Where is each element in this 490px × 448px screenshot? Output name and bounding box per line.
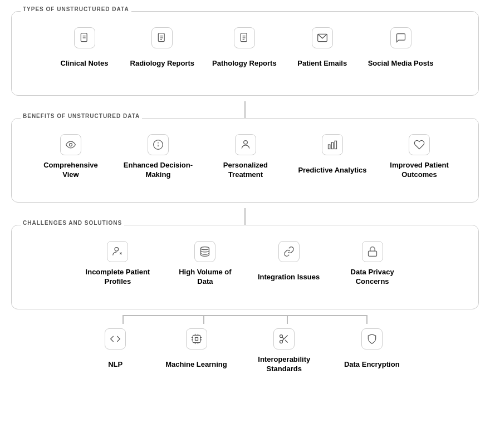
card-personalized-treatment: Personalized Treatment [205,134,286,189]
connector-line-2 [244,208,246,225]
card-patient-emails: Patient Emails [289,27,356,82]
card-data-encryption: Data Encryption [336,328,408,383]
card-enhanced-decision-making: Enhanced Decision-Making [117,134,198,189]
svg-point-36 [280,341,283,343]
svg-point-12 [69,144,72,146]
file-text2-icon [234,27,255,48]
card-interoperability-standards: Interoperability Standards [244,328,325,383]
person-icon [235,134,256,155]
card-nlp: NLP [82,328,149,383]
mail-icon [312,27,333,48]
svg-point-35 [280,335,283,338]
svg-rect-24 [368,251,376,256]
svg-line-38 [285,340,288,343]
svg-point-20 [115,248,119,252]
info-icon [148,134,169,155]
solutions-row: NLP Machine Learning Interoperability St… [11,328,479,383]
card-radiology-reports: Radiology Reports [125,27,200,82]
heart-icon [409,134,430,155]
file-icon [74,27,95,48]
connector-line-1 [244,101,246,118]
challenges-label: CHALLENGES AND SOLUTIONS [21,220,124,226]
svg-rect-3 [159,33,165,42]
card-high-volume-of-data: High Volume of Data [165,241,246,296]
types-section: TYPES OF UNSTRUCTURED DATA Clinical Note… [11,11,479,96]
types-cards-row: Clinical Notes Radiology Reports Patholo… [21,27,469,82]
eye-icon [60,134,81,155]
types-label: TYPES OF UNSTRUCTURED DATA [21,6,131,12]
card-integration-issues: Integration Issues [252,241,325,296]
card-improved-patient-outcomes: Improved Patient Outcomes [379,134,460,189]
card-pathology-reports: Pathology Reports [207,27,282,82]
svg-rect-17 [328,145,330,149]
svg-rect-0 [81,33,87,42]
card-social-media-posts: Social Media Posts [362,27,439,82]
svg-rect-7 [241,33,247,42]
bar-chart-icon [322,134,343,155]
horiz-connector-bar [84,315,406,324]
svg-point-16 [244,141,248,145]
card-machine-learning: Machine Learning [160,328,233,383]
file-text-icon [151,27,173,48]
solutions-connector-area [11,315,479,324]
cpu-icon [186,328,207,349]
benefits-section: BENEFITS OF UNSTRUCTURED DATA Comprehens… [11,118,479,203]
code-icon [105,328,126,349]
scissors-icon [273,328,295,349]
svg-rect-25 [193,335,200,342]
challenges-cards-row: Incomplete Patient Profiles High Volume … [21,241,469,296]
shield-icon [361,328,383,349]
database-icon [194,241,215,262]
svg-line-39 [282,337,284,339]
svg-point-23 [201,247,209,250]
person-x-icon [107,241,128,262]
card-data-privacy-concerns: Data Privacy Concerns [332,241,413,296]
message-icon [390,27,411,48]
link-icon [278,241,300,262]
card-incomplete-patient-profiles: Incomplete Patient Profiles [77,241,158,296]
svg-rect-19 [335,141,336,149]
card-predictive-analytics: Predictive Analytics [292,134,372,189]
benefits-label: BENEFITS OF UNSTRUCTURED DATA [21,113,142,119]
svg-rect-26 [195,338,198,341]
card-clinical-notes: Clinical Notes [51,27,118,82]
benefits-cards-row: Comprehensive View Enhanced Decision-Mak… [21,134,469,189]
svg-rect-18 [331,142,333,149]
challenges-section: CHALLENGES AND SOLUTIONS Incomplete Pati… [11,225,479,309]
lock-icon [362,241,383,262]
card-comprehensive-view: Comprehensive View [30,134,111,189]
